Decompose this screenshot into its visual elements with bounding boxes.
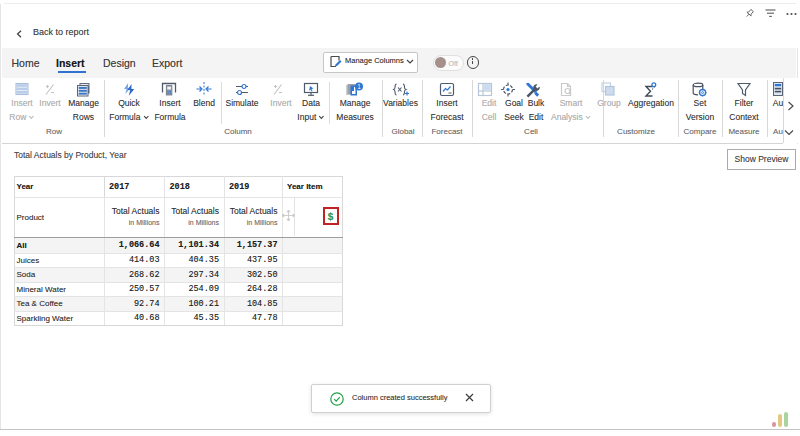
svg-text:$: $ [328,212,334,223]
svg-text:1: 1 [357,83,361,90]
